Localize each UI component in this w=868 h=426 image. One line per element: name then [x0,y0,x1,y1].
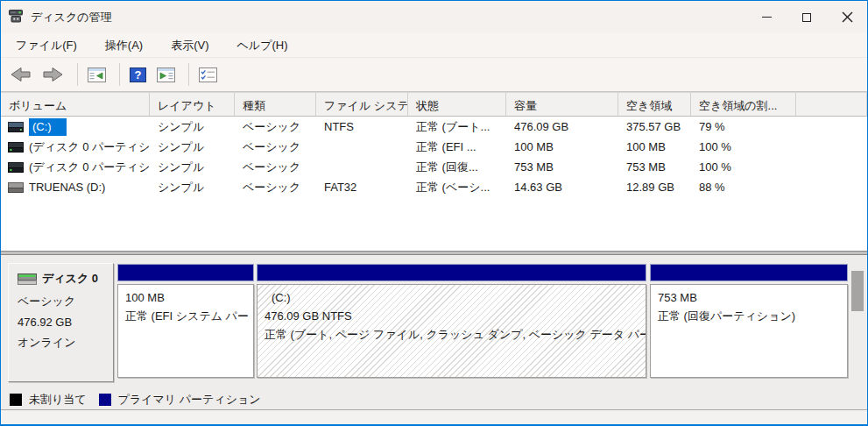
volume-drive-icon [8,162,24,173]
cell-free: 753 MB [618,157,691,177]
cell-filesystem: FAT32 [316,177,408,197]
partition-status: 正常 (回復パーティション) [658,307,847,325]
maximize-button[interactable] [787,1,827,33]
forward-arrow-icon [42,67,64,82]
cell-type: ベーシック [235,137,316,157]
cell-layout: シンプル [150,137,235,157]
table-row[interactable]: TRUENAS (D:) シンプル ベーシック FAT32 正常 (ベーシ...… [1,177,867,197]
column-header-type[interactable]: 種類 [235,93,316,117]
disk-graphical-view: ディスク 0 ベーシック 476.92 GB オンライン 100 MB 正常 (… [1,255,867,409]
menu-file[interactable]: ファイル(F) [4,34,88,57]
partition-color-bar [650,264,848,281]
volume-drive-icon [8,142,24,153]
properties-button[interactable] [195,65,221,85]
partition-body[interactable]: (C:) 476.09 GB NTFS 正常 (ブート, ページ ファイル, ク… [257,284,646,378]
back-button[interactable] [6,64,35,85]
legend-unallocated-label: 未割り当て [29,392,87,408]
cell-status: 正常 (回復... [408,157,506,177]
checklist-icon [199,67,217,82]
volume-list-header: ボリューム レイアウト 種類 ファイル システム 状態 容量 空き領域 空き領域… [1,92,867,117]
column-header-layout[interactable]: レイアウト [150,93,235,117]
cell-free-percent: 79 % [691,117,796,137]
help-button[interactable]: ? [126,65,150,85]
help-icon: ? [130,67,146,82]
minimize-button[interactable] [746,1,787,33]
cell-filesystem [316,137,408,157]
column-header-status[interactable]: 状態 [408,93,506,117]
close-icon [842,11,853,23]
column-header-filesystem[interactable]: ファイル システム [316,93,408,117]
back-arrow-icon [10,67,32,82]
show-console-tree-button[interactable] [84,65,109,85]
column-header-free-space[interactable]: 空き領域 [618,93,691,117]
window-controls [746,1,867,33]
menu-action[interactable]: 操作(A) [94,34,154,57]
cell-free: 12.89 GB [618,177,691,197]
partition-body[interactable]: 100 MB 正常 (EFI システム パー [117,284,254,378]
cell-free-percent: 100 % [691,137,796,157]
partition-status: 正常 (EFI システム パー [125,307,253,325]
app-icon [9,9,24,26]
partition-size: 753 MB [658,288,847,307]
partition-name: (C:) [265,288,646,307]
disk-name: ディスク 0 [42,271,98,287]
volume-name[interactable]: TRUENAS (D:) [29,181,105,194]
cell-type: ベーシック [235,157,316,177]
cell-capacity: 14.63 GB [506,177,618,197]
partition-color-bar [257,264,646,281]
partition-size: 476.09 GB NTFS [265,307,646,325]
close-button[interactable] [827,1,867,33]
scrollbar-thumb[interactable] [851,271,864,311]
maximize-icon [802,13,811,22]
cell-capacity: 753 MB [506,157,618,177]
cell-status: 正常 (ブート... [408,117,506,137]
table-row[interactable]: (ディスク 0 パーティショ... シンプル ベーシック 正常 (回復... 7… [1,157,867,177]
table-row[interactable]: (C:) シンプル ベーシック NTFS 正常 (ブート... 476.09 G… [1,117,867,137]
toolbar: ? [1,57,867,92]
toolbar-separator [188,63,189,86]
cell-filesystem: NTFS [316,117,408,137]
disk0-info-panel[interactable]: ディスク 0 ベーシック 476.92 GB オンライン [8,263,114,382]
cell-free-percent: 88 % [691,177,796,197]
column-header-free-percent[interactable]: 空き領域の割... [691,93,796,117]
toolbar-separator [119,63,120,86]
legend-primary-swatch [99,394,111,406]
legend-unallocated-swatch [10,394,22,406]
column-header-filler [796,93,867,117]
volume-drive-icon [8,122,24,132]
forward-button[interactable] [39,64,67,85]
window-title: ディスクの管理 [31,10,112,25]
partition-recovery[interactable]: 753 MB 正常 (回復パーティション) [650,264,848,380]
cell-capacity: 100 MB [506,137,618,157]
volume-drive-icon [8,182,24,193]
disk-type: ベーシック [18,294,108,309]
legend-primary-label: プライマリ パーティション [118,392,261,408]
cell-free: 100 MB [618,137,691,157]
partition-color-bar [117,264,254,281]
cell-status: 正常 (ベーシ... [408,177,506,197]
disk-status: オンライン [18,335,108,351]
detail-pane-icon [157,67,175,82]
table-row[interactable]: (ディスク 0 パーティショ... シンプル ベーシック 正常 (EFI ...… [1,137,867,157]
column-header-capacity[interactable]: 容量 [506,93,618,117]
volume-name[interactable]: (ディスク 0 パーティショ... [29,139,150,155]
legend: 未割り当て プライマリ パーティション [1,389,867,409]
partition-efi[interactable]: 100 MB 正常 (EFI システム パー [117,264,254,380]
menu-help[interactable]: ヘルプ(H) [226,34,300,57]
volume-name[interactable]: (ディスク 0 パーティショ... [29,160,150,175]
column-header-volume[interactable]: ボリューム [1,93,150,117]
partition-body[interactable]: 753 MB 正常 (回復パーティション) [650,284,848,378]
show-detail-pane-button[interactable] [153,65,179,85]
console-tree-icon [88,67,106,82]
cell-free-percent: 100 % [691,157,796,177]
cell-filesystem [316,157,408,177]
menubar: ファイル(F) 操作(A) 表示(V) ヘルプ(H) [1,33,867,57]
partition-c[interactable]: (C:) 476.09 GB NTFS 正常 (ブート, ページ ファイル, ク… [257,264,646,380]
disk-icon [18,273,37,285]
volume-list: ボリューム レイアウト 種類 ファイル システム 状態 容量 空き領域 空き領域… [1,92,867,251]
status-bar [1,409,867,424]
menu-view[interactable]: 表示(V) [159,34,220,57]
partition-size: 100 MB [125,288,253,307]
volume-name[interactable]: (C:) [29,118,67,136]
disk-size: 476.92 GB [18,316,108,329]
